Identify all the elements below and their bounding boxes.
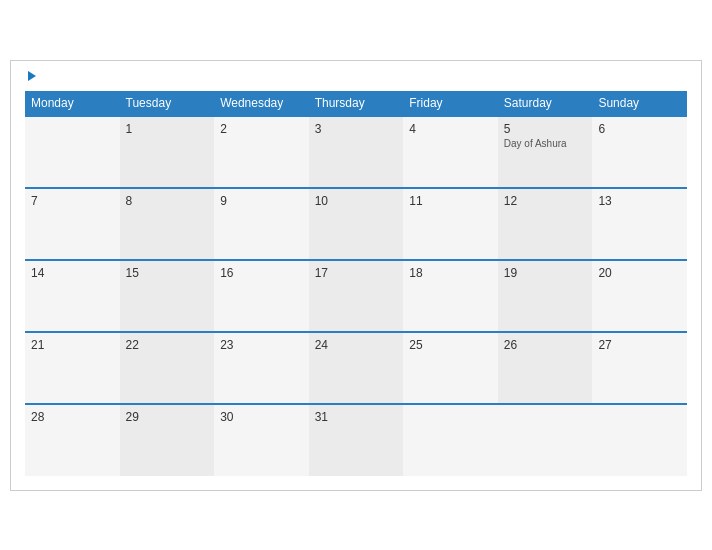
weekday-wednesday: Wednesday xyxy=(214,91,309,116)
calendar-cell: 19 xyxy=(498,260,593,332)
calendar-cell: 13 xyxy=(592,188,687,260)
calendar-header xyxy=(25,71,687,81)
calendar-cell: 20 xyxy=(592,260,687,332)
day-number: 13 xyxy=(598,194,681,208)
day-number: 29 xyxy=(126,410,209,424)
logo-blue-area xyxy=(25,71,36,81)
weekday-tuesday: Tuesday xyxy=(120,91,215,116)
day-number: 1 xyxy=(126,122,209,136)
day-number: 31 xyxy=(315,410,398,424)
calendar-week-row: 21222324252627 xyxy=(25,332,687,404)
day-number: 2 xyxy=(220,122,303,136)
day-number: 8 xyxy=(126,194,209,208)
day-number: 24 xyxy=(315,338,398,352)
day-number: 18 xyxy=(409,266,492,280)
day-number: 3 xyxy=(315,122,398,136)
calendar-cell: 24 xyxy=(309,332,404,404)
calendar-cell: 11 xyxy=(403,188,498,260)
calendar-cell: 6 xyxy=(592,116,687,188)
day-number: 27 xyxy=(598,338,681,352)
calendar-cell: 23 xyxy=(214,332,309,404)
day-number: 9 xyxy=(220,194,303,208)
weekday-friday: Friday xyxy=(403,91,498,116)
calendar-cell: 4 xyxy=(403,116,498,188)
calendar-cell: 18 xyxy=(403,260,498,332)
day-number: 10 xyxy=(315,194,398,208)
day-number: 4 xyxy=(409,122,492,136)
day-number: 14 xyxy=(31,266,114,280)
calendar-container: Monday Tuesday Wednesday Thursday Friday… xyxy=(10,60,702,491)
day-number: 21 xyxy=(31,338,114,352)
weekday-saturday: Saturday xyxy=(498,91,593,116)
calendar-cell: 12 xyxy=(498,188,593,260)
calendar-cell: 8 xyxy=(120,188,215,260)
calendar-cell xyxy=(403,404,498,476)
calendar-cell: 28 xyxy=(25,404,120,476)
calendar-cell: 1 xyxy=(120,116,215,188)
day-number: 23 xyxy=(220,338,303,352)
calendar-cell: 21 xyxy=(25,332,120,404)
calendar-table: Monday Tuesday Wednesday Thursday Friday… xyxy=(25,91,687,476)
calendar-week-row: 78910111213 xyxy=(25,188,687,260)
day-number: 17 xyxy=(315,266,398,280)
day-number: 7 xyxy=(31,194,114,208)
day-number: 16 xyxy=(220,266,303,280)
calendar-cell: 17 xyxy=(309,260,404,332)
calendar-cell: 26 xyxy=(498,332,593,404)
day-number: 5 xyxy=(504,122,587,136)
calendar-cell: 15 xyxy=(120,260,215,332)
day-number: 30 xyxy=(220,410,303,424)
day-number: 22 xyxy=(126,338,209,352)
calendar-cell: 10 xyxy=(309,188,404,260)
calendar-cell: 3 xyxy=(309,116,404,188)
weekday-monday: Monday xyxy=(25,91,120,116)
weekday-sunday: Sunday xyxy=(592,91,687,116)
day-number: 20 xyxy=(598,266,681,280)
day-number: 11 xyxy=(409,194,492,208)
calendar-cell: 22 xyxy=(120,332,215,404)
calendar-body: 12345Day of Ashura6789101112131415161718… xyxy=(25,116,687,476)
calendar-cell: 27 xyxy=(592,332,687,404)
day-number: 25 xyxy=(409,338,492,352)
day-number: 26 xyxy=(504,338,587,352)
calendar-cell: 14 xyxy=(25,260,120,332)
calendar-cell: 30 xyxy=(214,404,309,476)
calendar-cell xyxy=(592,404,687,476)
calendar-cell: 2 xyxy=(214,116,309,188)
calendar-cell xyxy=(25,116,120,188)
calendar-cell: 16 xyxy=(214,260,309,332)
logo-area xyxy=(25,71,36,81)
day-number: 28 xyxy=(31,410,114,424)
calendar-week-row: 14151617181920 xyxy=(25,260,687,332)
weekday-thursday: Thursday xyxy=(309,91,404,116)
day-number: 19 xyxy=(504,266,587,280)
calendar-cell: 5Day of Ashura xyxy=(498,116,593,188)
day-number: 12 xyxy=(504,194,587,208)
calendar-cell xyxy=(498,404,593,476)
calendar-cell: 31 xyxy=(309,404,404,476)
calendar-cell: 25 xyxy=(403,332,498,404)
calendar-cell: 7 xyxy=(25,188,120,260)
weekday-header-row: Monday Tuesday Wednesday Thursday Friday… xyxy=(25,91,687,116)
calendar-cell: 9 xyxy=(214,188,309,260)
calendar-week-row: 28293031 xyxy=(25,404,687,476)
logo-triangle-icon xyxy=(28,71,36,81)
calendar-week-row: 12345Day of Ashura6 xyxy=(25,116,687,188)
calendar-cell: 29 xyxy=(120,404,215,476)
holiday-label: Day of Ashura xyxy=(504,138,587,149)
day-number: 6 xyxy=(598,122,681,136)
day-number: 15 xyxy=(126,266,209,280)
